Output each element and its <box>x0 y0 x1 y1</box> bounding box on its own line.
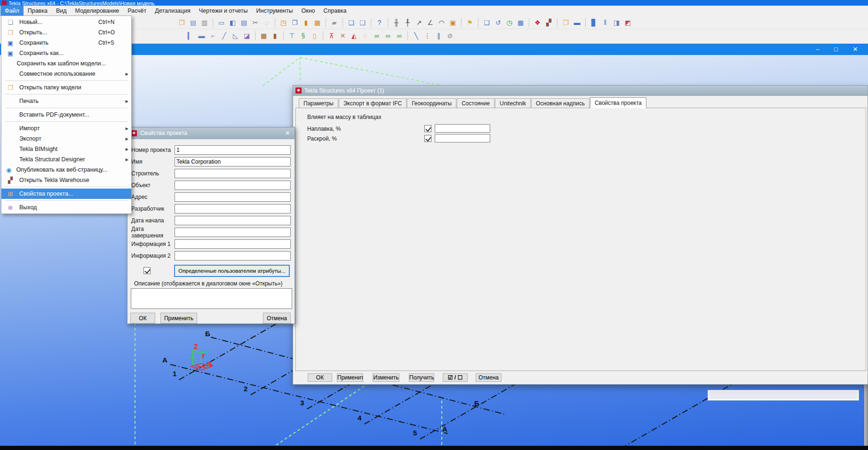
file-menu-item[interactable]: Печать ▶ <box>1 96 131 106</box>
get-button[interactable]: Получить <box>409 373 434 382</box>
ok-button[interactable]: ОК <box>130 313 155 324</box>
menubar-item[interactable]: Детализация <box>151 6 194 16</box>
close-icon[interactable]: ✕ <box>280 127 295 139</box>
file-menu-item[interactable]: Импорт ▶ <box>1 123 131 134</box>
eraser-icon[interactable]: ▰ <box>330 18 338 27</box>
toolbar-icon[interactable] <box>283 31 284 40</box>
file-menu-item[interactable]: Tekla Structural Designer ▶ <box>1 154 131 165</box>
view-split-icon[interactable]: ◧ <box>229 18 237 27</box>
minimize-button[interactable]: – <box>811 45 825 54</box>
report-icon[interactable]: ▤ <box>189 18 197 27</box>
part-icon[interactable]: ▮ <box>302 18 310 27</box>
field-input[interactable] <box>175 251 291 261</box>
help-icon[interactable]: ? <box>375 18 383 27</box>
field-input[interactable] <box>175 181 291 190</box>
beam-tool-icon[interactable]: ▬ <box>198 32 206 40</box>
calendar-icon[interactable]: ▦ <box>517 18 525 27</box>
toolbar-icon[interactable] <box>478 18 478 27</box>
row-input[interactable] <box>435 134 490 142</box>
toolbar-icon[interactable] <box>323 31 323 40</box>
view-window-icon[interactable]: ▭ <box>217 18 225 27</box>
hole-tool-icon[interactable]: ◌ <box>361 32 369 40</box>
rebar-mesh-icon[interactable]: ▦ <box>260 32 268 40</box>
maximize-button[interactable]: □ <box>829 45 843 54</box>
menubar-item[interactable]: Инструменты <box>252 6 297 16</box>
file-menu-item[interactable]: Экспорт ▶ <box>1 134 131 144</box>
field-input[interactable] <box>175 145 291 155</box>
measure-diagonal-icon[interactable]: ↗ <box>415 18 423 27</box>
diagonal-beam-icon[interactable]: ╱ <box>220 32 228 40</box>
xyz-axes-icon[interactable]: ◳ <box>279 18 287 27</box>
poi-flag-icon[interactable]: ⚑ <box>466 18 474 27</box>
assembly-pause-icon[interactable]: ‖ <box>601 18 609 27</box>
file-menu-item[interactable] <box>5 200 127 201</box>
cut-tool-icon[interactable]: ✕ <box>339 32 347 40</box>
file-menu-item[interactable] <box>5 121 127 122</box>
file-menu-item[interactable]: ❏ Новый... Ctrl+N <box>1 17 131 27</box>
file-menu-item[interactable]: ▣ Сохранить Ctrl+S <box>1 38 131 48</box>
menubar-item[interactable]: Окно <box>297 6 319 16</box>
menubar-item[interactable]: Моделирование <box>71 6 124 16</box>
screen-a-icon[interactable]: ❑ <box>347 18 355 27</box>
view-list-icon[interactable]: ▤ <box>240 18 248 27</box>
toolbar-icon[interactable] <box>461 18 462 27</box>
file-menu-item[interactable]: ▞ Открыть Tekla Warehouse <box>1 175 131 185</box>
menubar-item[interactable]: Расчёт <box>123 6 151 16</box>
toolbar-icon[interactable] <box>371 18 371 27</box>
parallel-tool-icon[interactable]: ∥ <box>435 32 443 40</box>
toolbar-icon[interactable] <box>213 18 213 27</box>
dialog-tab[interactable]: Unitechnik <box>495 98 531 108</box>
file-menu-item[interactable]: Совместное использование ▶ <box>1 69 131 79</box>
undo-curve-icon[interactable]: ↺ <box>494 18 502 27</box>
close-button[interactable]: ✕ <box>848 45 862 54</box>
toolbar-icon[interactable] <box>326 18 326 27</box>
lasso-icon[interactable]: ◌ <box>263 18 271 27</box>
file-menu-item[interactable]: ⊗ Выход <box>1 202 131 213</box>
modify-button[interactable]: Изменить <box>373 373 399 382</box>
polybeam-tool-icon[interactable]: ⌐ <box>209 32 217 40</box>
file-menu-item[interactable]: ▣ Сохранить как... <box>1 48 131 58</box>
field-input[interactable] <box>175 216 291 225</box>
spring-tool-icon[interactable]: § <box>299 32 307 40</box>
line-tool-icon[interactable]: ╲ <box>412 32 420 40</box>
chamfer-tool-icon[interactable]: ◭ <box>350 32 358 40</box>
field-input[interactable] <box>175 192 291 202</box>
toolbar-icon[interactable] <box>255 31 255 40</box>
row-checkbox[interactable] <box>424 135 431 142</box>
toolbar-icon[interactable] <box>529 18 529 27</box>
apply-button[interactable]: Применить <box>160 313 197 324</box>
column-tool-icon[interactable]: ▎ <box>186 32 194 40</box>
copy-stack-icon[interactable]: ❏ <box>483 18 491 27</box>
menubar-item[interactable]: Файл <box>0 6 24 16</box>
stud-tool-icon[interactable]: ▯ <box>311 32 319 40</box>
phase-clock-icon[interactable]: ◷ <box>505 18 513 27</box>
file-menu-item[interactable]: Tekla BIMsight ▶ <box>1 144 131 154</box>
frame-icon[interactable]: ▣ <box>449 18 457 27</box>
field-input[interactable] <box>175 239 291 249</box>
screen-b-icon[interactable]: ❑ <box>358 18 366 27</box>
bolt-tool-icon[interactable]: ⊤ <box>288 32 296 40</box>
measure-angle-icon[interactable]: ∠ <box>426 18 434 27</box>
dialog-tab[interactable]: Основная надпись <box>531 98 589 108</box>
dialog-tab[interactable]: Экспорт в формат IFC <box>339 98 406 108</box>
cop-plane-icon[interactable]: ❐ <box>291 18 299 27</box>
link-c-icon[interactable]: ∞ <box>395 32 403 40</box>
file-menu-item[interactable]: ❒ Открыть... Ctrl+O <box>1 27 131 38</box>
rebar-bar-icon[interactable]: ▮ <box>271 32 279 40</box>
ok-button[interactable]: ОК <box>308 373 332 382</box>
file-menu-item[interactable] <box>5 94 127 95</box>
dialog-tab[interactable]: Состояние <box>457 98 494 108</box>
file-menu-item[interactable]: Вставить PDF-документ... <box>1 110 131 120</box>
tekla-model-icon[interactable]: ❖ <box>534 18 542 27</box>
warehouse-toolbar-icon[interactable]: ▞ <box>545 18 553 27</box>
slab-tool-icon[interactable]: ◺ <box>231 32 239 40</box>
open-folder-icon[interactable]: ❒ <box>562 18 570 27</box>
file-menu-item[interactable]: ⊞ Свойства проекта... <box>1 189 131 199</box>
menubar-item[interactable]: Вид <box>52 6 71 16</box>
file-menu-item[interactable]: ◉ Опубликовать как веб-страницу... <box>1 165 131 175</box>
menubar-item[interactable]: Справка <box>319 6 351 16</box>
link-a-icon[interactable]: ∞ <box>373 32 381 40</box>
grid-corner-icon[interactable]: ╀ <box>404 18 412 27</box>
plate-tool-icon[interactable]: ◪ <box>243 32 251 40</box>
toolbar-icon[interactable] <box>585 18 586 27</box>
